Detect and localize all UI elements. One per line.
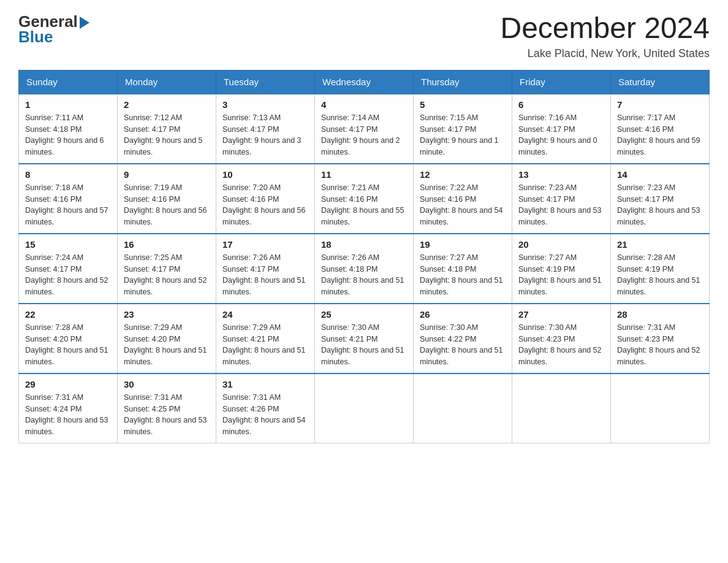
calendar-cell: 31 Sunrise: 7:31 AM Sunset: 4:26 PM Dayl… — [216, 373, 315, 443]
day-info: Sunrise: 7:12 AM Sunset: 4:17 PM Dayligh… — [124, 112, 210, 158]
day-number: 23 — [124, 309, 210, 320]
day-info: Sunrise: 7:29 AM Sunset: 4:21 PM Dayligh… — [222, 322, 308, 368]
calendar-cell: 18 Sunrise: 7:26 AM Sunset: 4:18 PM Dayl… — [315, 234, 414, 304]
day-number: 20 — [518, 239, 604, 250]
day-of-week-saturday: Saturday — [611, 70, 710, 94]
day-number: 3 — [222, 99, 308, 110]
day-info: Sunrise: 7:29 AM Sunset: 4:20 PM Dayligh… — [124, 322, 210, 368]
day-info: Sunrise: 7:31 AM Sunset: 4:25 PM Dayligh… — [124, 392, 210, 438]
day-info: Sunrise: 7:23 AM Sunset: 4:17 PM Dayligh… — [518, 182, 604, 228]
day-info: Sunrise: 7:23 AM Sunset: 4:17 PM Dayligh… — [617, 182, 703, 228]
calendar-cell: 13 Sunrise: 7:23 AM Sunset: 4:17 PM Dayl… — [512, 164, 611, 234]
day-info: Sunrise: 7:17 AM Sunset: 4:16 PM Dayligh… — [617, 112, 703, 158]
day-number: 16 — [124, 239, 210, 250]
day-number: 11 — [321, 169, 407, 180]
day-info: Sunrise: 7:28 AM Sunset: 4:19 PM Dayligh… — [617, 252, 703, 298]
calendar-cell: 5 Sunrise: 7:15 AM Sunset: 4:17 PM Dayli… — [414, 94, 512, 164]
day-number: 27 — [518, 309, 604, 320]
day-info: Sunrise: 7:30 AM Sunset: 4:21 PM Dayligh… — [321, 322, 407, 368]
calendar-cell: 11 Sunrise: 7:21 AM Sunset: 4:16 PM Dayl… — [315, 164, 414, 234]
page-header: General Blue December 2024 Lake Placid, … — [18, 12, 710, 60]
day-number: 18 — [321, 239, 407, 250]
day-number: 5 — [420, 99, 506, 110]
day-number: 31 — [222, 379, 308, 389]
day-info: Sunrise: 7:18 AM Sunset: 4:16 PM Dayligh… — [25, 182, 111, 228]
day-info: Sunrise: 7:25 AM Sunset: 4:17 PM Dayligh… — [124, 252, 210, 298]
day-info: Sunrise: 7:21 AM Sunset: 4:16 PM Dayligh… — [321, 182, 407, 228]
calendar-week-1: 1 Sunrise: 7:11 AM Sunset: 4:18 PM Dayli… — [19, 94, 710, 164]
day-number: 12 — [420, 169, 506, 180]
day-number: 19 — [420, 239, 506, 250]
day-number: 26 — [420, 309, 506, 320]
day-of-week-friday: Friday — [512, 70, 611, 94]
calendar-cell: 24 Sunrise: 7:29 AM Sunset: 4:21 PM Dayl… — [216, 304, 315, 373]
day-number: 29 — [25, 379, 111, 389]
calendar-cell: 10 Sunrise: 7:20 AM Sunset: 4:16 PM Dayl… — [216, 164, 315, 234]
calendar-cell: 6 Sunrise: 7:16 AM Sunset: 4:17 PM Dayli… — [512, 94, 611, 164]
calendar-cell — [315, 373, 414, 443]
logo: General Blue — [18, 12, 89, 47]
calendar-cell: 1 Sunrise: 7:11 AM Sunset: 4:18 PM Dayli… — [19, 94, 118, 164]
day-info: Sunrise: 7:14 AM Sunset: 4:17 PM Dayligh… — [321, 112, 407, 158]
calendar-cell: 8 Sunrise: 7:18 AM Sunset: 4:16 PM Dayli… — [19, 164, 118, 234]
day-of-week-monday: Monday — [118, 70, 216, 94]
day-number: 1 — [25, 99, 111, 110]
calendar-cell — [611, 373, 710, 443]
title-section: December 2024 Lake Placid, New York, Uni… — [500, 12, 710, 60]
calendar-cell — [414, 373, 512, 443]
day-info: Sunrise: 7:26 AM Sunset: 4:17 PM Dayligh… — [222, 252, 308, 298]
calendar-cell: 7 Sunrise: 7:17 AM Sunset: 4:16 PM Dayli… — [611, 94, 710, 164]
calendar-cell: 27 Sunrise: 7:30 AM Sunset: 4:23 PM Dayl… — [512, 304, 611, 373]
calendar-cell: 21 Sunrise: 7:28 AM Sunset: 4:19 PM Dayl… — [611, 234, 710, 304]
day-info: Sunrise: 7:19 AM Sunset: 4:16 PM Dayligh… — [124, 182, 210, 228]
calendar-cell: 4 Sunrise: 7:14 AM Sunset: 4:17 PM Dayli… — [315, 94, 414, 164]
calendar-cell: 17 Sunrise: 7:26 AM Sunset: 4:17 PM Dayl… — [216, 234, 315, 304]
day-info: Sunrise: 7:20 AM Sunset: 4:16 PM Dayligh… — [222, 182, 308, 228]
day-number: 25 — [321, 309, 407, 320]
calendar-cell: 2 Sunrise: 7:12 AM Sunset: 4:17 PM Dayli… — [118, 94, 216, 164]
calendar-cell — [512, 373, 611, 443]
calendar-cell: 25 Sunrise: 7:30 AM Sunset: 4:21 PM Dayl… — [315, 304, 414, 373]
calendar-cell: 16 Sunrise: 7:25 AM Sunset: 4:17 PM Dayl… — [118, 234, 216, 304]
calendar-week-3: 15 Sunrise: 7:24 AM Sunset: 4:17 PM Dayl… — [19, 234, 710, 304]
calendar-cell: 23 Sunrise: 7:29 AM Sunset: 4:20 PM Dayl… — [118, 304, 216, 373]
day-info: Sunrise: 7:30 AM Sunset: 4:23 PM Dayligh… — [518, 322, 604, 368]
day-info: Sunrise: 7:28 AM Sunset: 4:20 PM Dayligh… — [25, 322, 111, 368]
day-info: Sunrise: 7:13 AM Sunset: 4:17 PM Dayligh… — [222, 112, 308, 158]
calendar-cell: 22 Sunrise: 7:28 AM Sunset: 4:20 PM Dayl… — [19, 304, 118, 373]
day-number: 14 — [617, 169, 703, 180]
day-number: 22 — [25, 309, 111, 320]
day-number: 17 — [222, 239, 308, 250]
logo-blue: Blue — [18, 28, 53, 47]
calendar-cell: 26 Sunrise: 7:30 AM Sunset: 4:22 PM Dayl… — [414, 304, 512, 373]
day-info: Sunrise: 7:11 AM Sunset: 4:18 PM Dayligh… — [25, 112, 111, 158]
calendar-cell: 3 Sunrise: 7:13 AM Sunset: 4:17 PM Dayli… — [216, 94, 315, 164]
day-number: 28 — [617, 309, 703, 320]
day-of-week-tuesday: Tuesday — [216, 70, 315, 94]
calendar-cell: 14 Sunrise: 7:23 AM Sunset: 4:17 PM Dayl… — [611, 164, 710, 234]
day-number: 9 — [124, 169, 210, 180]
calendar-week-4: 22 Sunrise: 7:28 AM Sunset: 4:20 PM Dayl… — [19, 304, 710, 373]
day-number: 2 — [124, 99, 210, 110]
calendar-week-2: 8 Sunrise: 7:18 AM Sunset: 4:16 PM Dayli… — [19, 164, 710, 234]
day-number: 6 — [518, 99, 604, 110]
day-info: Sunrise: 7:16 AM Sunset: 4:17 PM Dayligh… — [518, 112, 604, 158]
day-info: Sunrise: 7:30 AM Sunset: 4:22 PM Dayligh… — [420, 322, 506, 368]
day-of-week-wednesday: Wednesday — [315, 70, 414, 94]
day-info: Sunrise: 7:22 AM Sunset: 4:16 PM Dayligh… — [420, 182, 506, 228]
day-number: 10 — [222, 169, 308, 180]
day-of-week-sunday: Sunday — [19, 70, 118, 94]
calendar-cell: 20 Sunrise: 7:27 AM Sunset: 4:19 PM Dayl… — [512, 234, 611, 304]
location-subtitle: Lake Placid, New York, United States — [500, 47, 710, 60]
day-info: Sunrise: 7:15 AM Sunset: 4:17 PM Dayligh… — [420, 112, 506, 158]
calendar-cell: 12 Sunrise: 7:22 AM Sunset: 4:16 PM Dayl… — [414, 164, 512, 234]
calendar-cell: 15 Sunrise: 7:24 AM Sunset: 4:17 PM Dayl… — [19, 234, 118, 304]
day-info: Sunrise: 7:31 AM Sunset: 4:26 PM Dayligh… — [222, 392, 308, 438]
day-info: Sunrise: 7:26 AM Sunset: 4:18 PM Dayligh… — [321, 252, 407, 298]
calendar-cell: 9 Sunrise: 7:19 AM Sunset: 4:16 PM Dayli… — [118, 164, 216, 234]
calendar-table: SundayMondayTuesdayWednesdayThursdayFrid… — [18, 70, 710, 443]
day-number: 15 — [25, 239, 111, 250]
calendar-cell: 30 Sunrise: 7:31 AM Sunset: 4:25 PM Dayl… — [118, 373, 216, 443]
day-number: 4 — [321, 99, 407, 110]
day-number: 7 — [617, 99, 703, 110]
